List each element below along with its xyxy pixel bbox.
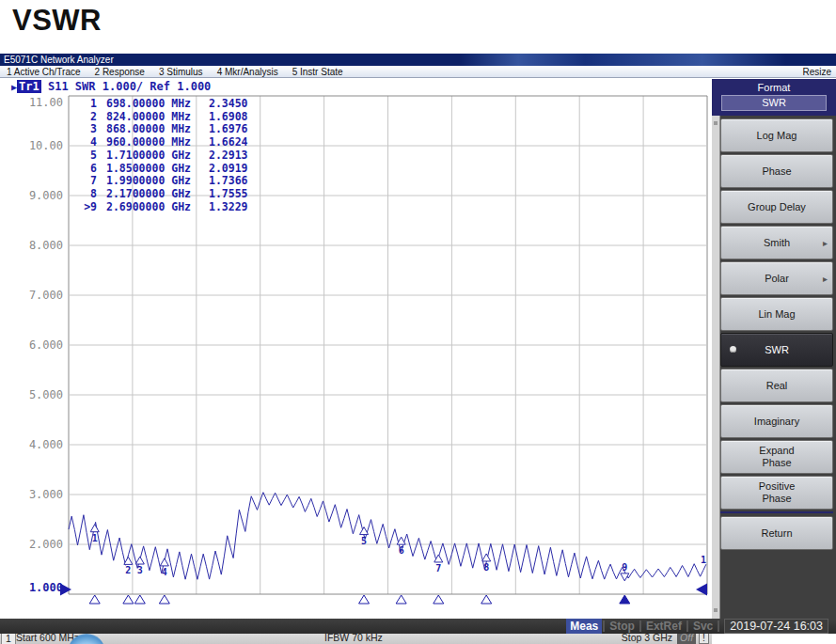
marker-row-frequency: 960.00000 MHz bbox=[106, 135, 191, 149]
menu-item-2[interactable]: 2 Response bbox=[95, 66, 145, 78]
menu-item-1[interactable]: 1 Active Ch/Trace bbox=[7, 66, 81, 78]
marker-row-frequency: 698.00000 MHz bbox=[106, 97, 191, 110]
instrument-status-bar: MeasStopExtRefSvc2019-07-24 16:03 bbox=[0, 619, 836, 634]
softkey-log-mag[interactable]: Log Mag bbox=[720, 118, 833, 152]
trace-marker[interactable] bbox=[124, 557, 133, 564]
status-separator bbox=[686, 620, 688, 632]
marker-row-number: 2 bbox=[90, 110, 97, 123]
softkey-swr[interactable]: SWR bbox=[720, 333, 833, 367]
axis-marker[interactable] bbox=[481, 595, 492, 604]
menu-items: 1 Active Ch/Trace2 Response3 Stimulus4 M… bbox=[7, 66, 357, 78]
y-axis-tick: 4.000 bbox=[29, 438, 63, 451]
trace-info[interactable]: ▶Tr1 S11 SWR 1.000/ Ref 1.000 bbox=[11, 80, 211, 93]
y-axis-tick: 7.000 bbox=[29, 289, 63, 302]
trace-marker-number: 6 bbox=[399, 545, 404, 556]
softkey-label: Phase bbox=[762, 457, 791, 469]
marker-row-value: 2.2913 bbox=[209, 149, 248, 162]
submenu-arrow-icon: ▸ bbox=[823, 237, 828, 249]
marker-row-number: 4 bbox=[90, 135, 97, 149]
trace-marker-number: 3 bbox=[137, 565, 143, 575]
marker-row-value: 1.6624 bbox=[209, 135, 248, 149]
marker-row-frequency: 2.1700000 GHz bbox=[106, 187, 191, 200]
status-svc: Svc bbox=[689, 619, 717, 634]
axis-marker[interactable] bbox=[134, 595, 145, 604]
marker-row-frequency: 2.6900000 GHz bbox=[106, 200, 191, 213]
trace-info-text: S11 SWR 1.000/ Ref 1.000 bbox=[41, 80, 212, 93]
y-axis-tick: 5.000 bbox=[29, 388, 63, 401]
trace-badge: Tr1 bbox=[17, 80, 41, 93]
trace-marker[interactable] bbox=[482, 554, 491, 561]
menu-bar: 1 Active Ch/Trace2 Response3 Stimulus4 M… bbox=[0, 66, 836, 78]
scrollbar-notch-icon bbox=[714, 121, 718, 125]
marker-row-number: 8 bbox=[90, 187, 97, 200]
window-title: E5071C Network Analyzer bbox=[4, 55, 114, 65]
softkey-label: Log Mag bbox=[757, 130, 797, 142]
softkey-scrollbar[interactable] bbox=[712, 116, 720, 619]
softkey-label: Positive bbox=[759, 480, 796, 493]
marker-row-frequency: 868.00000 MHz bbox=[106, 122, 191, 135]
marker-row-number: 7 bbox=[90, 174, 97, 187]
softkey-label: Imaginary bbox=[754, 416, 799, 428]
y-axis-tick: 10.00 bbox=[29, 139, 63, 152]
axis-marker[interactable] bbox=[359, 595, 370, 604]
status-items: MeasStopExtRefSvc2019-07-24 16:03 bbox=[566, 619, 828, 634]
y-axis-tick: 6.000 bbox=[29, 338, 63, 352]
axis-marker[interactable] bbox=[123, 595, 134, 604]
axis-marker[interactable] bbox=[89, 595, 100, 604]
softkey-return[interactable]: Return bbox=[720, 516, 833, 550]
marker-row-number: 3 bbox=[90, 122, 97, 135]
softkey-label: Real bbox=[766, 380, 788, 392]
y-axis-tick: 1.000 bbox=[29, 581, 63, 594]
axis-marker-active[interactable] bbox=[620, 595, 630, 604]
softkey-lin-mag[interactable]: Lin Mag bbox=[720, 297, 833, 331]
trace-marker-number: 4 bbox=[162, 567, 167, 577]
marker-row-value: 2.3450 bbox=[209, 97, 248, 110]
softkey-sidebar: Format SWR Log MagPhaseGroup DelaySmith▸… bbox=[712, 79, 836, 619]
marker-row-value: 1.6976 bbox=[209, 122, 248, 135]
axis-marker[interactable] bbox=[396, 595, 406, 604]
trace-marker[interactable] bbox=[135, 557, 144, 564]
softkey-divider bbox=[720, 511, 833, 513]
trace-marker-number: 8 bbox=[483, 562, 489, 573]
menu-item-5[interactable]: 5 Instr State bbox=[292, 66, 343, 78]
marker-row-value: 1.6908 bbox=[209, 110, 248, 123]
marker-row-value: 1.7555 bbox=[209, 187, 248, 200]
softkey-polar[interactable]: Polar▸ bbox=[720, 261, 833, 295]
softkey-buttons: Log MagPhaseGroup DelaySmith▸Polar▸Lin M… bbox=[720, 118, 833, 552]
marker-row-number: >9 bbox=[84, 200, 97, 213]
y-axis-tick: 3.000 bbox=[29, 488, 63, 501]
window-title-bar[interactable]: E5071C Network Analyzer bbox=[0, 54, 836, 66]
softkey-group-delay[interactable]: Group Delay bbox=[720, 190, 833, 224]
softkey-label: Phase bbox=[762, 165, 791, 178]
trace-marker[interactable] bbox=[360, 527, 369, 535]
y-axis-tick: 9.000 bbox=[29, 189, 63, 202]
status-separator bbox=[639, 620, 641, 632]
menu-item-4[interactable]: 4 Mkr/Analysis bbox=[217, 66, 278, 78]
menu-item-3[interactable]: 3 Stimulus bbox=[159, 66, 203, 78]
plot-area: 11.0010.009.0008.0007.0006.0005.0004.000… bbox=[0, 79, 712, 605]
softkey-phase[interactable]: Phase bbox=[720, 154, 833, 188]
status-extref: ExtRef bbox=[642, 619, 686, 634]
trace-marker[interactable] bbox=[90, 525, 99, 532]
marker-row-value: 1.7366 bbox=[209, 174, 248, 187]
softkey-label: Phase bbox=[762, 493, 791, 505]
status-stop: Stop bbox=[606, 619, 639, 634]
axis-marker[interactable] bbox=[434, 595, 444, 604]
softkey-positive-phase[interactable]: PositivePhase bbox=[720, 476, 833, 510]
softkey-label: Expand bbox=[759, 445, 794, 457]
y-axis-tick: 8.000 bbox=[29, 239, 63, 252]
trace-marker-number: 5 bbox=[361, 536, 367, 546]
marker-row-frequency: 1.9900000 GHz bbox=[106, 174, 191, 187]
trace-marker-number: 7 bbox=[435, 563, 441, 573]
marker-row-frequency: 1.8500000 GHz bbox=[106, 162, 191, 175]
softkey-smith[interactable]: Smith▸ bbox=[720, 226, 833, 259]
axis-marker[interactable] bbox=[159, 595, 169, 604]
trace-marker[interactable] bbox=[160, 558, 168, 566]
softkey-expand-phase[interactable]: ExpandPhase bbox=[720, 440, 833, 474]
marker-row-frequency: 824.00000 MHz bbox=[106, 110, 191, 123]
softkey-label: Polar bbox=[765, 273, 789, 285]
marker-row-number: 6 bbox=[90, 162, 97, 175]
softkey-real[interactable]: Real bbox=[720, 369, 833, 402]
menu-item-resize[interactable]: Resize bbox=[802, 66, 831, 78]
softkey-imaginary[interactable]: Imaginary bbox=[720, 404, 833, 438]
